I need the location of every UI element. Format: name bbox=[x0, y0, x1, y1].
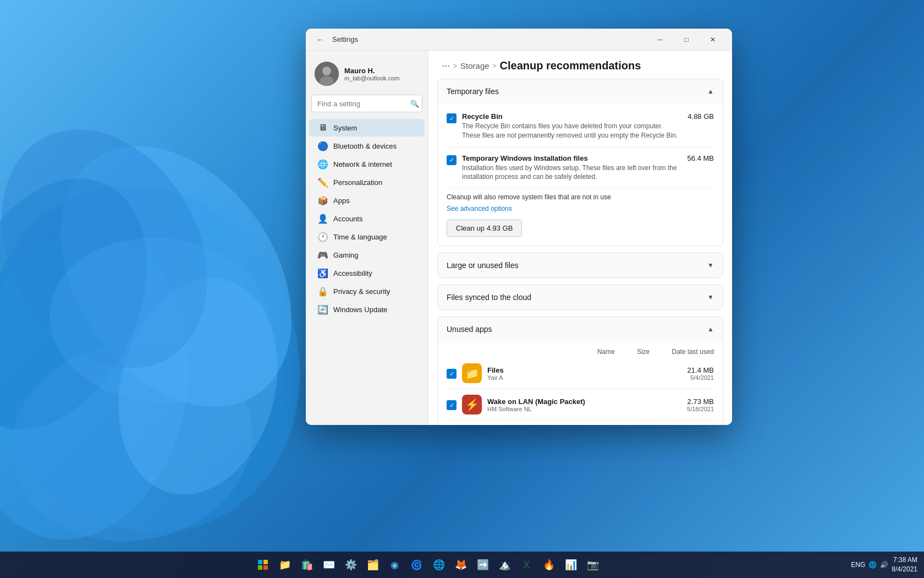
user-name: Mauro H. bbox=[344, 67, 419, 75]
apps-table-header: Name Size Date last used bbox=[447, 343, 714, 358]
maximize-button[interactable]: □ bbox=[674, 31, 699, 48]
back-button[interactable]: ← bbox=[312, 32, 328, 47]
privacy-nav-icon: 🔒 bbox=[318, 286, 328, 296]
app-row-wol: ✓ ⚡ Wake on LAN (Magic Packet) HM Softwa… bbox=[447, 389, 714, 421]
temp-windows-desc: Installation files used by Windows setup… bbox=[462, 163, 682, 182]
recycle-bin-checkbox[interactable]: ✓ bbox=[447, 113, 457, 123]
sidebar-item-gaming[interactable]: 🎮 Gaming bbox=[309, 246, 425, 264]
large-unused-section: Large or unused files ▼ bbox=[437, 253, 723, 278]
taskbar-firefox2[interactable]: 🔥 bbox=[539, 555, 559, 575]
taskbar-right: ENG 🌐 🔊 7:38 AM 8/4/2021 bbox=[851, 555, 924, 574]
system-nav-icon: 🖥 bbox=[318, 123, 328, 133]
unused-apps-header[interactable]: Unused apps ▲ bbox=[438, 317, 723, 341]
col-name: Name bbox=[597, 348, 615, 356]
taskbar-firefox[interactable]: 🦊 bbox=[451, 555, 471, 575]
wol-app-checkbox[interactable]: ✓ bbox=[447, 400, 457, 410]
update-nav-icon: 🔄 bbox=[318, 304, 328, 314]
breadcrumb-sep1: > bbox=[453, 62, 457, 70]
svg-point-1 bbox=[0, 216, 212, 552]
sidebar-item-bluetooth[interactable]: 🔵 Bluetooth & devices bbox=[309, 137, 425, 155]
temp-windows-item: ✓ Temporary Windows installation files I… bbox=[447, 148, 714, 189]
settings-window: ← Settings ─ □ ✕ Mauro H. bbox=[306, 29, 732, 425]
files-synced-title: Files synced to the cloud bbox=[447, 293, 531, 302]
taskbar-chart[interactable]: 📊 bbox=[561, 555, 581, 575]
taskbar-chrome[interactable]: 🌐 bbox=[429, 555, 449, 575]
sidebar: Mauro H. m_lab@outlook.com 🔍 🖥 System 🔵 … bbox=[306, 51, 428, 425]
files-app-size: 21.4 MB bbox=[688, 366, 714, 374]
large-unused-header[interactable]: Large or unused files ▼ bbox=[438, 253, 723, 277]
search-input[interactable] bbox=[311, 95, 422, 112]
wol-app-meta: 2.73 MB 5/18/2021 bbox=[687, 397, 714, 412]
files-app-checkbox[interactable]: ✓ bbox=[447, 369, 457, 379]
taskbar-settings2[interactable]: ⚙️ bbox=[341, 555, 361, 575]
unused-apps-title: Unused apps bbox=[447, 325, 492, 334]
gaming-nav-icon: 🎮 bbox=[318, 250, 328, 260]
files-synced-header[interactable]: Files synced to the cloud ▼ bbox=[438, 285, 723, 309]
sidebar-item-accessibility[interactable]: ♿ Accessibility bbox=[309, 264, 425, 282]
files-app-date: 5/4/2021 bbox=[688, 374, 714, 381]
svg-point-5 bbox=[95, 260, 301, 513]
files-synced-chevron: ▼ bbox=[707, 293, 714, 301]
taskbar-edge2[interactable]: 🌀 bbox=[407, 555, 427, 575]
bluetooth-nav-icon: 🔵 bbox=[318, 141, 328, 151]
files-synced-section: Files synced to the cloud ▼ bbox=[437, 285, 723, 310]
gaming-nav-label: Gaming bbox=[333, 251, 359, 259]
col-size: Size bbox=[637, 348, 650, 356]
temporary-files-header[interactable]: Temporary files ▲ bbox=[438, 79, 723, 103]
sidebar-item-accounts[interactable]: 👤 Accounts bbox=[309, 210, 425, 227]
accessibility-nav-label: Accessibility bbox=[333, 269, 372, 277]
temp-windows-name: Temporary Windows installation files bbox=[462, 154, 682, 162]
taskbar-mail[interactable]: ✉️ bbox=[319, 555, 339, 575]
avatar bbox=[315, 62, 339, 86]
temp-windows-checkbox[interactable]: ✓ bbox=[447, 155, 457, 165]
minimize-button[interactable]: ─ bbox=[647, 31, 673, 48]
user-info: Mauro H. m_lab@outlook.com bbox=[344, 67, 419, 81]
start-button[interactable] bbox=[253, 555, 273, 575]
taskbar-terminal[interactable]: ➡️ bbox=[473, 555, 493, 575]
sidebar-item-personalization[interactable]: ✏️ Personalization bbox=[309, 173, 425, 191]
taskbar-edge[interactable]: ◉ bbox=[385, 555, 405, 575]
search-icon-button[interactable]: 🔍 bbox=[410, 100, 419, 108]
window-title: Settings bbox=[332, 35, 358, 43]
files-app-meta: 21.4 MB 5/4/2021 bbox=[688, 366, 714, 381]
wol-app-icon: ⚡ bbox=[462, 395, 482, 415]
accounts-nav-label: Accounts bbox=[333, 215, 362, 223]
taskbar-files2[interactable]: 🗂️ bbox=[363, 555, 383, 575]
svg-point-4 bbox=[0, 323, 268, 552]
recycle-bin-size: 4.88 GB bbox=[688, 112, 714, 121]
update-nav-label: Windows Update bbox=[333, 306, 387, 314]
svg-point-2 bbox=[13, 102, 324, 450]
recycle-bin-info: Recycle Bin The Recycle Bin contains fil… bbox=[462, 112, 682, 140]
sidebar-item-time[interactable]: 🕐 Time & language bbox=[309, 228, 425, 246]
svg-rect-12 bbox=[263, 560, 268, 564]
svg-point-3 bbox=[0, 147, 185, 461]
advanced-options-link[interactable]: See advanced options bbox=[447, 205, 512, 212]
network-nav-label: Network & internet bbox=[333, 160, 392, 168]
breadcrumb-dots[interactable]: ··· bbox=[442, 60, 450, 72]
sidebar-item-network[interactable]: 🌐 Network & internet bbox=[309, 155, 425, 173]
user-profile[interactable]: Mauro H. m_lab@outlook.com bbox=[306, 57, 428, 95]
sidebar-item-apps[interactable]: 📦 Apps bbox=[309, 192, 425, 209]
taskbar-sound-icon: 🔊 bbox=[880, 561, 888, 569]
taskbar-center: 📁 🛍️ ✉️ ⚙️ 🗂️ ◉ 🌀 🌐 🦊 ➡️ 🏔️ X 🔥 📊 📷 bbox=[253, 555, 603, 575]
taskbar-language: ENG bbox=[851, 561, 865, 569]
window-controls: ─ □ ✕ bbox=[647, 31, 725, 48]
taskbar-excel[interactable]: X bbox=[517, 555, 537, 575]
taskbar-explorer[interactable]: 📁 bbox=[275, 555, 295, 575]
system-nav-label: System bbox=[333, 124, 357, 132]
taskbar-camera[interactable]: 📷 bbox=[583, 555, 603, 575]
privacy-nav-label: Privacy & security bbox=[333, 287, 390, 296]
user-email: m_lab@outlook.com bbox=[344, 75, 419, 81]
close-button[interactable]: ✕ bbox=[700, 31, 725, 48]
wol-app-info: Wake on LAN (Magic Packet) HM Software N… bbox=[487, 397, 681, 412]
taskbar-store[interactable]: 🛍️ bbox=[297, 555, 317, 575]
sidebar-item-system[interactable]: 🖥 System bbox=[309, 119, 425, 137]
unused-apps-chevron: ▲ bbox=[707, 325, 714, 333]
breadcrumb-storage[interactable]: Storage bbox=[460, 61, 490, 70]
sidebar-item-privacy[interactable]: 🔒 Privacy & security bbox=[309, 282, 425, 300]
sidebar-item-update[interactable]: 🔄 Windows Update bbox=[309, 301, 425, 318]
taskbar-photos[interactable]: 🏔️ bbox=[495, 555, 515, 575]
svg-point-6 bbox=[0, 92, 249, 405]
cleanup-button[interactable]: Clean up 4.93 GB bbox=[447, 220, 522, 237]
svg-point-7 bbox=[43, 228, 277, 412]
